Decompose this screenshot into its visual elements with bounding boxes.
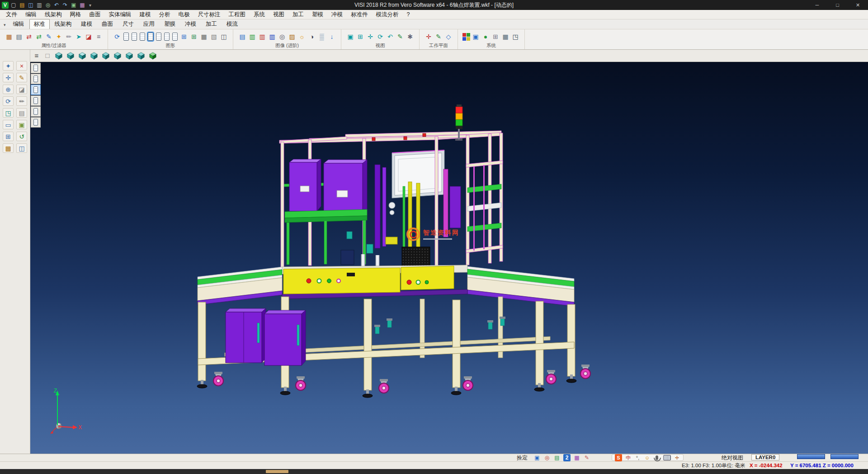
view-settings-icon[interactable]: ✱ [406, 32, 415, 41]
delete-icon[interactable]: × [16, 61, 27, 71]
tab-尺寸[interactable]: 尺寸 [118, 19, 138, 29]
ime-lang-icon[interactable]: 中 [625, 455, 632, 461]
tab-编辑[interactable]: 编辑 [9, 19, 29, 29]
maximize-button[interactable]: □ [827, 0, 848, 10]
tab-建模[interactable]: 建模 [76, 19, 97, 29]
style-roll-1[interactable] [123, 33, 129, 41]
menu-item[interactable]: 曲面 [85, 10, 105, 19]
view-iso-green-icon[interactable] [147, 51, 158, 61]
view-iso-left-icon[interactable] [65, 51, 76, 61]
snap-grid-icon[interactable]: ⊞ [491, 32, 500, 41]
machine-3d-scene[interactable]: Z X [30, 62, 868, 454]
open-file-icon[interactable]: ▤ [19, 1, 26, 9]
view-iso-icon[interactable] [53, 51, 64, 61]
viewport-roll-3[interactable] [31, 85, 41, 95]
section-box-icon[interactable]: ◫ [219, 32, 228, 41]
puzzle-icon[interactable]: ▩ [3, 143, 14, 153]
sogou-logo-icon[interactable]: S [615, 454, 622, 461]
tab-塑膜[interactable]: 塑膜 [160, 19, 180, 29]
workplane-axis-icon[interactable]: ✛ [424, 32, 433, 41]
shade-box-icon[interactable]: ▦ [199, 32, 208, 41]
display-icon[interactable]: ▣ [533, 455, 541, 461]
scale-slider-1[interactable] [797, 454, 825, 459]
quickbar-dropdown-icon[interactable]: ▾ [87, 3, 93, 8]
menu-item[interactable]: 尺寸标注 [194, 10, 225, 19]
ime-mic-icon[interactable] [656, 455, 658, 460]
iso-view-icon[interactable]: ◳ [3, 108, 14, 118]
rgb-palette-icon[interactable] [462, 33, 470, 41]
style-roll-7[interactable] [172, 33, 178, 41]
menu-item[interactable]: 塑模 [308, 10, 327, 19]
sheet-icon[interactable]: ▤ [16, 108, 27, 118]
image-blue-icon[interactable]: ▥ [268, 32, 277, 41]
snapshot-icon[interactable]: ◎ [278, 32, 287, 41]
texture-icon[interactable]: ▨ [288, 32, 297, 41]
tab-曲面[interactable]: 曲面 [97, 19, 118, 29]
view-left-icon[interactable] [112, 51, 123, 61]
tab-线架构[interactable]: 线架构 [50, 19, 76, 29]
close-button[interactable]: ✕ [848, 0, 868, 10]
viewport-roll-5[interactable] [31, 106, 41, 117]
pan-icon[interactable]: ⊕ [3, 85, 14, 94]
image-icon[interactable]: ▤ [553, 455, 561, 461]
viewport-roll-6[interactable] [31, 117, 41, 128]
print-icon[interactable]: ▥ [36, 1, 43, 9]
menu-item[interactable]: 建模 [136, 10, 155, 19]
light-icon[interactable]: ☼ [297, 32, 307, 41]
tab-模流[interactable]: 模流 [222, 19, 242, 29]
export-image-icon[interactable]: ↓ [327, 32, 336, 41]
refresh-icon[interactable]: ↺ [16, 132, 27, 141]
view-front-icon[interactable] [89, 51, 99, 61]
viewport-3d[interactable]: Z X 智造资料网 [30, 62, 868, 454]
background-icon[interactable]: ▒ [317, 32, 326, 41]
menu-item[interactable]: 视图 [269, 10, 288, 19]
tab-应用[interactable]: 应用 [139, 19, 159, 29]
view-blank-icon[interactable]: □ [42, 51, 52, 60]
ime-emoji-icon[interactable]: ☺ [644, 455, 651, 461]
undo-icon[interactable]: ↶ [53, 1, 60, 9]
rotate-icon[interactable]: ⟳ [3, 96, 14, 106]
redo-icon[interactable]: ↷ [61, 1, 69, 9]
ime-keyboard-icon[interactable] [663, 455, 671, 460]
match-properties-icon[interactable]: ▤ [14, 32, 24, 41]
count-icon[interactable]: 2 [563, 454, 571, 461]
minimize-button[interactable]: ─ [807, 0, 827, 10]
workplane-plane-icon[interactable]: ◇ [444, 32, 453, 41]
edit-pencil-icon[interactable]: ✎ [16, 73, 27, 82]
menu-item[interactable]: 实体编辑 [105, 10, 136, 19]
table-icon[interactable]: ▦ [501, 32, 510, 41]
new-file-icon[interactable]: ▢ [10, 1, 17, 9]
hatch-grid-icon[interactable]: ⊞ [179, 32, 189, 41]
filter-pencil-icon[interactable]: ✏ [64, 32, 73, 41]
scale-slider-2[interactable] [830, 454, 859, 459]
view-back-icon[interactable] [124, 51, 135, 61]
save-icon[interactable]: ◫ [27, 1, 34, 9]
perspective-grid-icon[interactable]: ◳ [511, 32, 520, 41]
sketch-view-icon[interactable]: ✎ [396, 32, 405, 41]
workplane-edit-icon[interactable]: ✎ [434, 32, 443, 41]
menu-item[interactable]: ? [403, 10, 414, 19]
regen-icon[interactable]: ⟳ [113, 32, 122, 41]
quick-select-icon[interactable]: ✦ [54, 32, 63, 41]
filter-arrow-icon[interactable]: ➤ [74, 32, 83, 41]
rotate-view-icon[interactable]: ⟳ [376, 32, 385, 41]
eraser-red-icon[interactable]: ◪ [84, 32, 93, 41]
target-icon[interactable]: ◎ [543, 455, 551, 461]
image-window-icon[interactable]: ▤ [238, 32, 247, 41]
prev-view-icon[interactable]: ↶ [386, 32, 395, 41]
style-roll-5[interactable] [156, 33, 161, 41]
viewport-roll-2[interactable] [31, 74, 41, 84]
tab-冲模[interactable]: 冲模 [180, 19, 201, 29]
style-roll-2[interactable] [132, 33, 137, 41]
pan-view-icon[interactable]: ✛ [366, 32, 375, 41]
image-red-icon[interactable]: ▥ [258, 32, 267, 41]
capture-icon[interactable]: ▣ [70, 1, 77, 9]
zoom-all-icon[interactable]: ▣ [346, 32, 355, 41]
move-icon[interactable]: ✛ [3, 73, 14, 82]
erase-icon[interactable]: ◪ [16, 85, 27, 94]
select-icon[interactable]: ✦ [3, 61, 14, 71]
monitor-icon[interactable]: ▣ [471, 32, 480, 41]
menu-item[interactable]: 文件 [2, 10, 21, 19]
shadow-icon[interactable]: ◑ [307, 32, 316, 41]
preview-icon[interactable]: ◎ [44, 1, 52, 9]
